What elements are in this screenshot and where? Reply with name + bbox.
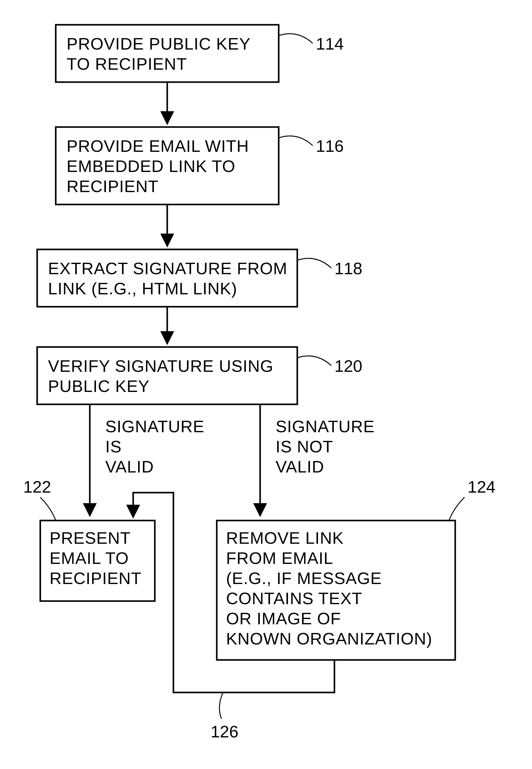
ref-126: 126 xyxy=(211,693,238,741)
step-text: LINK (E.G., HTML LINK) xyxy=(48,279,237,298)
step-text: OR IMAGE OF xyxy=(226,609,341,628)
edge-label-invalid: SIGNATURE IS NOT VALID xyxy=(276,417,375,476)
step-remove-link: REMOVE LINK FROM EMAIL (E.G., IF MESSAGE… xyxy=(217,521,455,660)
edge-text: SIGNATURE xyxy=(276,417,375,436)
step-text: EXTRACT SIGNATURE FROM xyxy=(48,259,287,277)
ref-label: 122 xyxy=(23,478,51,496)
step-text: PROVIDE EMAIL WITH xyxy=(67,137,249,155)
step-text: KNOWN ORGANIZATION) xyxy=(226,629,432,648)
step-text: EMBEDDED LINK TO xyxy=(67,157,235,175)
step-text: RECIPIENT xyxy=(67,177,159,195)
edge-label-valid: SIGNATURE IS VALID xyxy=(105,417,204,476)
step-text: TO RECIPIENT xyxy=(67,55,187,73)
edge-text: IS xyxy=(105,437,122,456)
step-present-email: PRESENT EMAIL TO RECIPIENT xyxy=(40,521,155,601)
step-text: VERIFY SIGNATURE USING xyxy=(48,356,273,375)
svg-rect-3 xyxy=(37,347,297,404)
ref-label: 120 xyxy=(334,356,362,375)
svg-rect-0 xyxy=(56,25,279,82)
ref-label: 118 xyxy=(334,259,362,277)
svg-rect-2 xyxy=(37,249,297,307)
ref-label: 114 xyxy=(316,34,344,53)
step-text: REMOVE LINK xyxy=(226,529,344,547)
ref-label: 116 xyxy=(316,137,344,155)
step-text: RECIPIENT xyxy=(50,569,142,588)
step-text: EMAIL TO xyxy=(50,549,129,567)
flowchart: PROVIDE PUBLIC KEY TO RECIPIENT 114 PROV… xyxy=(0,0,532,769)
step-text: PRESENT xyxy=(50,529,131,547)
step-provide-public-key: PROVIDE PUBLIC KEY TO RECIPIENT 114 xyxy=(56,25,344,82)
edge-text: VALID xyxy=(276,457,324,476)
step-text: FROM EMAIL xyxy=(226,549,333,567)
step-extract-signature: EXTRACT SIGNATURE FROM LINK (E.G., HTML … xyxy=(37,249,362,307)
ref-124: 124 xyxy=(449,478,495,521)
ref-122: 122 xyxy=(23,478,56,521)
step-text: (E.G., IF MESSAGE xyxy=(226,569,382,588)
ref-label: 126 xyxy=(211,722,238,741)
edge-text: VALID xyxy=(105,457,154,476)
step-text: PUBLIC KEY xyxy=(48,377,150,396)
step-text: PROVIDE PUBLIC KEY xyxy=(67,34,251,53)
step-verify-signature: VERIFY SIGNATURE USING PUBLIC KEY 120 xyxy=(37,347,362,404)
step-text: CONTAINS TEXT xyxy=(226,589,362,608)
edge-text: SIGNATURE xyxy=(105,417,204,436)
edge-text: IS NOT xyxy=(276,437,333,456)
step-provide-email: PROVIDE EMAIL WITH EMBEDDED LINK TO RECI… xyxy=(56,127,344,204)
ref-label: 124 xyxy=(468,478,495,496)
